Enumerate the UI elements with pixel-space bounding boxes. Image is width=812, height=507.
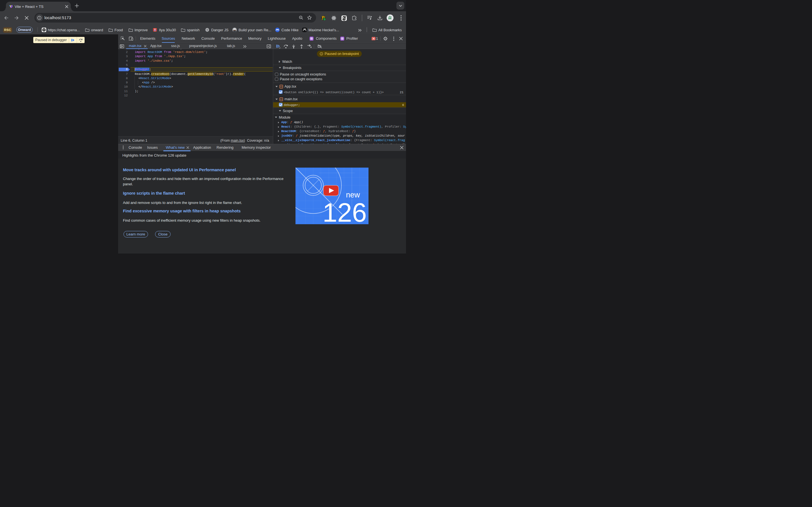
svg-text:126: 126 — [322, 198, 367, 224]
